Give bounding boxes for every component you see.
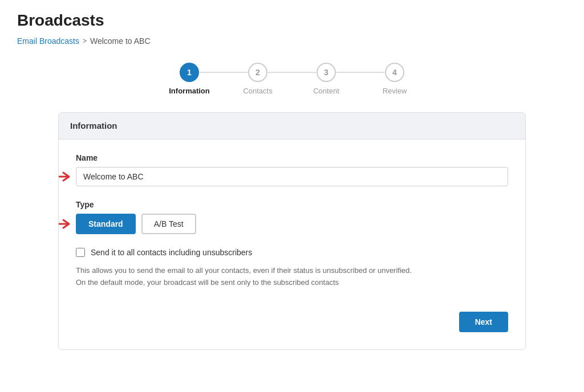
stepper: 1Information2Contacts3Content4Review <box>17 63 567 95</box>
name-arrow-container <box>76 167 508 186</box>
breadcrumb-separator: > <box>83 37 87 45</box>
card-header: Information <box>59 113 525 140</box>
checkbox-row: Send it to all contacts including unsubs… <box>76 248 508 257</box>
type-red-arrow <box>58 217 72 231</box>
stepper-circle-2: 2 <box>248 63 267 82</box>
breadcrumb-current: Welcome to ABC <box>90 36 151 46</box>
card-header-title: Information <box>70 121 117 130</box>
stepper-circle-3: 3 <box>317 63 336 82</box>
information-card: Information Name Type <box>58 112 526 350</box>
standard-button[interactable]: Standard <box>76 214 136 234</box>
ab-test-button[interactable]: A/B Test <box>141 214 196 234</box>
stepper-step-review: 4Review <box>360 63 429 95</box>
breadcrumb: Email Broadcasts > Welcome to ABC <box>17 36 567 46</box>
type-arrow-container: Standard A/B Test <box>76 214 508 234</box>
name-input[interactable] <box>76 167 508 186</box>
description-text: This allows you to send the email to all… <box>76 265 508 289</box>
next-button[interactable]: Next <box>459 312 508 332</box>
unsubscribers-checkbox[interactable] <box>76 248 85 257</box>
stepper-circle-4: 4 <box>385 63 404 82</box>
card-footer: Next <box>76 306 508 332</box>
checkbox-label[interactable]: Send it to all contacts including unsubs… <box>91 248 252 257</box>
type-buttons: Standard A/B Test <box>76 214 508 234</box>
name-label: Name <box>76 153 508 162</box>
name-red-arrow <box>58 170 72 183</box>
type-label: Type <box>76 200 508 209</box>
name-form-group: Name <box>76 153 508 186</box>
card-body: Name Type <box>59 140 525 349</box>
stepper-step-content: 3Content <box>292 63 360 95</box>
stepper-label-4: Review <box>383 87 407 95</box>
stepper-label-2: Contacts <box>243 87 272 95</box>
stepper-circle-1: 1 <box>180 63 199 82</box>
page-title: Broadcasts <box>17 11 567 30</box>
stepper-step-information: 1Information <box>155 63 224 95</box>
stepper-step-contacts: 2Contacts <box>224 63 292 95</box>
type-form-group: Type Standard A/B Test <box>76 200 508 234</box>
stepper-label-1: Information <box>169 87 210 95</box>
stepper-label-3: Content <box>313 87 339 95</box>
breadcrumb-link[interactable]: Email Broadcasts <box>17 36 79 46</box>
